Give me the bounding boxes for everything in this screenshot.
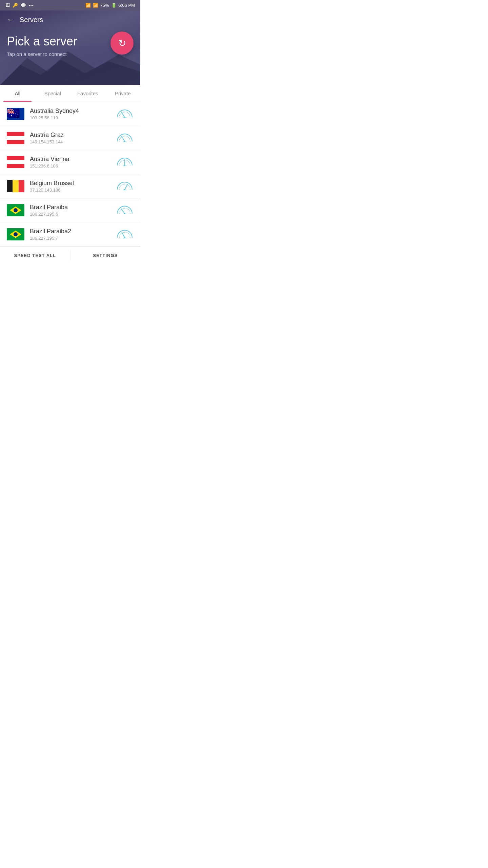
list-item[interactable]: Austria Vienna 151.236.6.106 (0, 150, 140, 174)
refresh-icon: ↻ (118, 38, 126, 49)
tab-bar: All Special Favorites Private (0, 85, 140, 102)
svg-line-8 (125, 184, 127, 190)
server-list: 🇦🇺 Australia Sydney4 103.25.58.119 Austr… (0, 102, 140, 246)
flag-austria (7, 156, 24, 168)
tab-special[interactable]: Special (35, 85, 70, 102)
server-name: Belgium Brussel (30, 180, 112, 187)
svg-line-4 (121, 136, 125, 141)
key-icon: 🔑 (13, 3, 18, 8)
svg-point-9 (124, 189, 125, 190)
speed-icon[interactable] (116, 180, 134, 192)
message-icon: 💬 (21, 3, 26, 8)
back-button[interactable]: ← (7, 15, 14, 24)
tab-private[interactable]: Private (105, 85, 141, 102)
server-name: Austria Vienna (30, 156, 112, 163)
server-info: Belgium Brussel 37.120.143.186 (30, 180, 112, 193)
svg-point-5 (124, 141, 125, 142)
server-info: Brazil Paraiba2 186.227.195.7 (30, 228, 112, 241)
svg-line-2 (121, 112, 125, 117)
status-icons-left: 🖼 🔑 💬 ••• (5, 3, 34, 8)
nav-row: ← Servers (7, 15, 134, 24)
server-ip: 103.25.58.119 (30, 115, 112, 120)
refresh-button[interactable]: ↻ (110, 32, 134, 55)
server-name: Austria Graz (30, 132, 112, 139)
server-ip: 186.227.195.7 (30, 236, 112, 241)
server-name: Brazil Paraiba (30, 204, 112, 211)
photo-icon: 🖼 (5, 3, 10, 8)
server-ip: 151.236.6.106 (30, 163, 112, 169)
wifi-icon: 📶 (85, 3, 91, 8)
page-title: Servers (20, 16, 43, 24)
speed-test-all-button[interactable]: SPEED TEST ALL (0, 247, 70, 264)
flag-belgium (7, 180, 24, 192)
hero-text: Pick a server Tap on a server to connect (7, 34, 77, 57)
hero-content: Pick a server Tap on a server to connect… (7, 34, 134, 57)
tab-all[interactable]: All (0, 85, 35, 102)
server-info: Australia Sydney4 103.25.58.119 (30, 107, 112, 120)
status-bar: 🖼 🔑 💬 ••• 📶 📶 75% 🔋 6:06 PM (0, 0, 140, 11)
flag-austria (7, 132, 24, 144)
list-item[interactable]: Brazil Paraiba 186.227.195.6 (0, 198, 140, 222)
server-ip: 37.120.143.186 (30, 188, 112, 193)
hero-section: ← Servers Pick a server Tap on a server … (0, 11, 140, 85)
flag-australia: 🇦🇺 (7, 108, 24, 120)
svg-point-11 (124, 213, 125, 214)
signal-icon: 📶 (93, 3, 98, 8)
status-icons-right: 📶 📶 75% 🔋 6:06 PM (85, 3, 135, 8)
time-display: 6:06 PM (119, 3, 135, 8)
settings-button[interactable]: SETTINGS (70, 247, 141, 264)
battery-icon: 🔋 (111, 3, 117, 8)
server-info: Austria Graz 149.154.153.144 (30, 132, 112, 144)
svg-line-10 (121, 209, 125, 214)
svg-point-13 (124, 237, 125, 238)
server-ip: 149.154.153.144 (30, 139, 112, 144)
tab-favorites[interactable]: Favorites (70, 85, 105, 102)
battery-level: 75% (100, 3, 109, 8)
server-name: Brazil Paraiba2 (30, 228, 112, 235)
list-item[interactable]: Austria Graz 149.154.153.144 (0, 126, 140, 150)
hero-title: Pick a server (7, 34, 77, 48)
speed-icon[interactable] (116, 132, 134, 144)
svg-point-3 (124, 117, 125, 118)
server-info: Brazil Paraiba 186.227.195.6 (30, 204, 112, 217)
server-info: Austria Vienna 151.236.6.106 (30, 156, 112, 169)
server-ip: 186.227.195.6 (30, 212, 112, 217)
speed-icon[interactable] (116, 156, 134, 168)
dots-icon: ••• (29, 3, 34, 7)
speed-icon[interactable] (116, 204, 134, 216)
bottom-bar: SPEED TEST ALL SETTINGS (0, 246, 140, 264)
flag-brazil (7, 228, 24, 240)
hero-subtitle: Tap on a server to connect (7, 51, 77, 57)
svg-line-12 (122, 233, 125, 238)
list-item[interactable]: Belgium Brussel 37.120.143.186 (0, 174, 140, 198)
flag-brazil (7, 204, 24, 216)
svg-point-7 (124, 165, 125, 166)
list-item[interactable]: Brazil Paraiba2 186.227.195.7 (0, 222, 140, 246)
server-name: Australia Sydney4 (30, 107, 112, 115)
speed-icon[interactable] (116, 228, 134, 240)
list-item[interactable]: 🇦🇺 Australia Sydney4 103.25.58.119 (0, 102, 140, 126)
speed-icon[interactable] (116, 108, 134, 120)
